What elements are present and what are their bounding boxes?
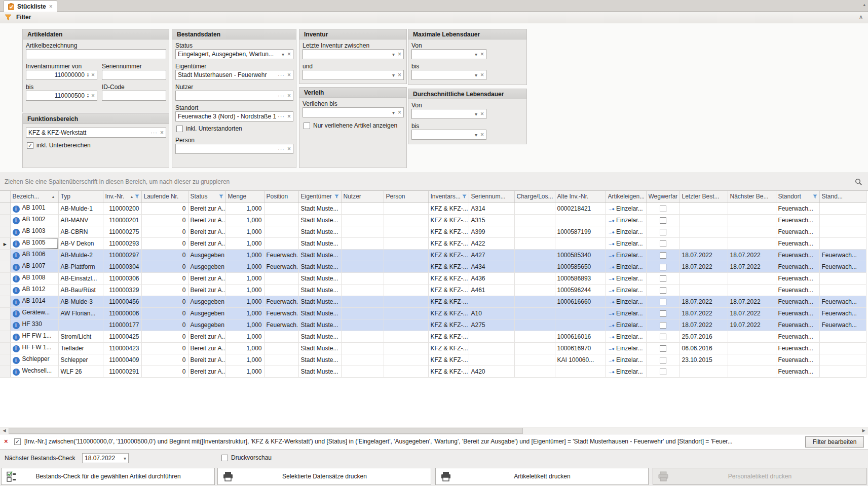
table-row[interactable]: iAB 1008AB-Einsatzl...1100003060Bereit z… <box>0 272 866 284</box>
wegwerfartikel-checkbox[interactable] <box>660 357 666 363</box>
clear-icon[interactable]: × <box>397 51 403 58</box>
eigentuemer-select[interactable]: Stadt Musterhausen - Feuerwehr ···× <box>175 70 293 80</box>
dropdown-arrow-icon[interactable]: ▾ <box>390 110 397 115</box>
inventur-bis-select[interactable]: ▾× <box>303 70 404 80</box>
column-header-nächster-be[interactable]: Nächster Be... <box>728 191 776 202</box>
spinner[interactable]: ▴▾ <box>86 72 90 77</box>
max-lebensdauer-von-select[interactable]: ▾× <box>411 49 486 59</box>
table-row[interactable]: iAB 1002AB-MANV1100002010Bereit zur A...… <box>0 214 866 226</box>
table-row[interactable]: iAB 1012AB-Bau/Rüst1100003290Bereit zur … <box>0 284 866 296</box>
tabstrip-scroll-icon[interactable]: ▴ <box>863 2 865 7</box>
table-row[interactable]: iGerätew...AW Florian...1100000060Ausgeg… <box>0 307 866 319</box>
info-icon[interactable]: i <box>13 217 20 224</box>
column-header-inventars[interactable]: Inventars... <box>428 191 469 202</box>
column-header-seriennum[interactable]: Seriennum... <box>469 191 514 202</box>
avg-lebensdauer-von-select[interactable]: ▾× <box>411 109 486 119</box>
standort-select[interactable]: Feuerwache 3 (Nord) - Nordstraße 1 ···× <box>175 111 293 122</box>
info-icon[interactable]: i <box>13 264 20 271</box>
table-row[interactable]: iHF 3301100001770Ausgegeben1,000Feuerwac… <box>0 319 866 331</box>
scrollbar-thumb[interactable] <box>9 428 523 434</box>
clear-icon[interactable]: × <box>286 113 293 120</box>
wegwerfartikel-checkbox[interactable] <box>660 240 666 247</box>
wegwerfartikel-checkbox[interactable] <box>660 217 666 224</box>
inventarnummer-von-input[interactable]: 110000000 ▴▾× <box>26 70 97 80</box>
column-header-typ[interactable]: Typ <box>58 191 103 202</box>
column-header-indicator[interactable] <box>0 191 10 202</box>
column-header-nutzer[interactable]: Nutzer <box>341 191 384 202</box>
ellipsis-button[interactable]: ··· <box>276 72 286 78</box>
table-row[interactable]: iAB 1003AB-CBRN1100002750Bereit zur A...… <box>0 226 866 237</box>
clear-icon[interactable]: × <box>159 129 166 136</box>
info-icon[interactable]: i <box>13 275 20 282</box>
wegwerfartikel-checkbox[interactable] <box>660 299 666 305</box>
column-filter-icon[interactable] <box>813 194 817 199</box>
inventur-von-select[interactable]: ▾× <box>303 49 404 59</box>
info-icon[interactable]: i <box>13 369 20 376</box>
table-row[interactable]: iSchlepperSchlepper1100004090Bereit zur … <box>0 354 866 366</box>
funktionsbereich-select[interactable]: KFZ & KFZ-Werkstatt ···× <box>26 128 166 138</box>
nutzer-select[interactable]: ···× <box>175 91 293 101</box>
column-header-position[interactable]: Position <box>264 191 298 202</box>
wegwerfartikel-checkbox[interactable] <box>660 229 666 235</box>
checkbox[interactable] <box>176 126 183 132</box>
dropdown-arrow-icon[interactable]: ▾ <box>280 52 286 57</box>
wegwerfartikel-checkbox[interactable] <box>660 310 666 317</box>
group-by-bar[interactable]: Ziehen Sie eine Spaltenüberschrift in di… <box>0 173 868 191</box>
info-icon[interactable]: i <box>13 322 20 329</box>
druckvorschau-checkbox-row[interactable]: Druckvorschau <box>221 454 272 461</box>
wegwerfartikel-checkbox[interactable] <box>660 369 666 375</box>
tab-close-icon[interactable]: × <box>49 3 53 10</box>
column-header-laufende-nr[interactable]: Laufende Nr. <box>141 191 188 202</box>
ellipsis-button[interactable]: ··· <box>276 146 286 152</box>
info-icon[interactable]: i <box>13 334 20 341</box>
spinner[interactable]: ▴▾ <box>86 93 90 98</box>
clear-icon[interactable]: × <box>90 92 97 99</box>
print-article-label-button[interactable]: Artikeletikett drucken <box>435 468 649 485</box>
table-row[interactable]: iWechsell...WLF 261100002910Bereit zur A… <box>0 366 866 377</box>
info-icon[interactable]: i <box>13 229 20 236</box>
scroll-right-icon[interactable]: ▶ <box>860 428 867 434</box>
clear-icon[interactable]: × <box>397 71 403 78</box>
tab-stueckliste[interactable]: Stückliste × <box>4 1 57 12</box>
table-row[interactable]: iHF FW 1...Strom/Licht1100004250Bereit z… <box>0 331 866 342</box>
dropdown-arrow-icon[interactable]: ▾ <box>390 72 397 78</box>
verliehen-bis-select[interactable]: ▾× <box>303 107 404 117</box>
table-row[interactable]: ▶iAB 1005AB-V Dekon1100002930Bereit zur … <box>0 237 866 249</box>
info-icon[interactable]: i <box>13 345 20 352</box>
column-header-person[interactable]: Person <box>384 191 428 202</box>
ellipsis-button[interactable]: ··· <box>276 113 286 119</box>
table-row[interactable]: iHF FW 1...Tieflader1100004230Bereit zur… <box>0 342 866 354</box>
avg-lebensdauer-bis-select[interactable]: ▾× <box>411 130 486 140</box>
inkl-unterstandorten-checkbox-row[interactable]: inkl. Unterstandorten <box>176 125 242 132</box>
table-row[interactable]: iAB 1001AB-Mulde-11100002000Bereit zur A… <box>0 202 866 214</box>
max-lebensdauer-bis-select[interactable]: ▾× <box>411 70 486 80</box>
dropdown-arrow-icon[interactable]: ▾ <box>390 52 397 57</box>
column-header-eigentümer[interactable]: Eigentümer <box>298 191 341 202</box>
column-header-standort[interactable]: Standort <box>776 191 819 202</box>
clear-icon[interactable]: × <box>479 110 486 117</box>
nur-verliehene-checkbox-row[interactable]: Nur verliehene Artikel anzeigen <box>304 122 397 129</box>
wegwerfartikel-checkbox[interactable] <box>660 275 666 282</box>
wegwerfartikel-checkbox[interactable] <box>660 334 666 340</box>
column-header-menge[interactable]: Menge <box>225 191 264 202</box>
info-icon[interactable]: i <box>13 206 20 213</box>
column-filter-icon[interactable] <box>219 194 223 199</box>
info-icon[interactable]: i <box>13 299 20 306</box>
clear-icon[interactable]: × <box>286 51 293 58</box>
dropdown-arrow-icon[interactable]: ▾ <box>473 52 479 57</box>
next-check-date-select[interactable]: 18.07.2022 ▾ <box>82 453 129 463</box>
status-select[interactable]: Eingelagert, Ausgegeben, Wartun... ▾× <box>175 49 293 59</box>
table-row[interactable]: iAB 1007AB-Plattform1100003040Ausgegeben… <box>0 261 866 272</box>
dropdown-arrow-icon[interactable]: ▾ <box>122 456 128 461</box>
column-filter-icon[interactable] <box>334 194 339 199</box>
ellipsis-button[interactable]: ··· <box>276 93 286 99</box>
wegwerfartikel-checkbox[interactable] <box>660 322 666 329</box>
clear-icon[interactable]: × <box>479 51 486 58</box>
column-header-artikeleigen[interactable]: Artikeleigen... <box>606 191 646 202</box>
info-icon[interactable]: i <box>13 287 20 294</box>
column-header-alte-inv-nr[interactable]: Alte Inv.-Nr. <box>555 191 606 202</box>
wegwerfartikel-checkbox[interactable] <box>660 287 666 294</box>
wegwerfartikel-checkbox[interactable] <box>660 264 666 270</box>
table-row[interactable]: iAB 1006AB-Mulde-21100002970Ausgegeben1,… <box>0 249 866 261</box>
column-header-bezeich[interactable]: Bezeich...▲ <box>10 191 58 202</box>
